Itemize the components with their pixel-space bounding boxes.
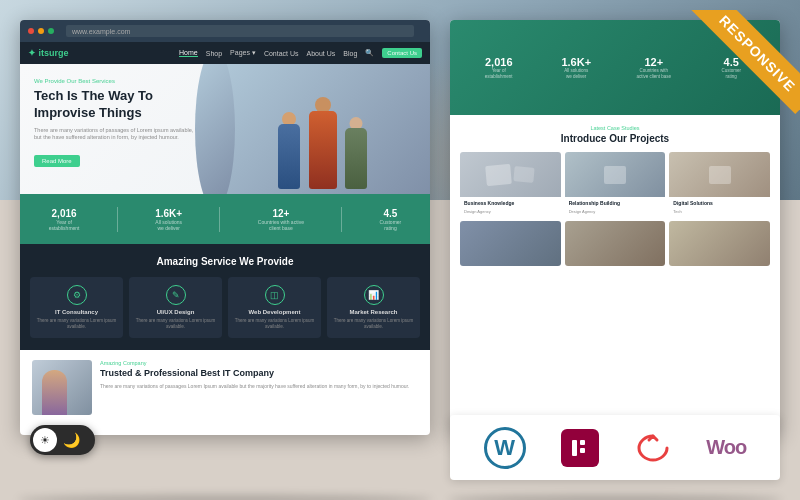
consultancy-icon: ⚙	[67, 285, 87, 305]
stat-rating-number: 4.5	[380, 208, 402, 219]
webdev-icon: ◫	[265, 285, 285, 305]
stat-divider-1	[117, 207, 118, 232]
search-icon[interactable]: 🔍	[365, 49, 374, 57]
service-name-consultancy: IT Consultancy	[34, 309, 119, 315]
service-desc-consultancy: There are many variations Lorem ipsum av…	[34, 318, 119, 330]
dark-mode-toggle[interactable]: ☀ 🌙	[30, 425, 95, 455]
it-company-description: There are many variations of passages Lo…	[100, 383, 418, 390]
nav-pages[interactable]: Pages ▾	[230, 49, 256, 57]
service-card-uiux: ✎ UI/UX Design There are many variations…	[129, 277, 222, 338]
main-container: RESPONSIVE www.example.com ✦ itsurge Hom…	[0, 0, 800, 500]
right-stat-clients-num: 1.6K+	[540, 56, 614, 68]
project-img-3	[669, 152, 770, 197]
wordpress-logo: W	[484, 427, 526, 469]
project-card-4	[460, 221, 561, 266]
project-img-4	[460, 221, 561, 266]
site-logo: ✦ itsurge	[28, 48, 69, 58]
hero-tag: We Provide Our Best Services	[34, 78, 201, 84]
svg-rect-1	[580, 440, 585, 445]
right-panel-shadow	[448, 495, 782, 500]
it-company-title: Trusted & Professional Best IT Company	[100, 368, 418, 380]
toggle-circle: ☀	[33, 428, 57, 452]
svg-rect-0	[572, 440, 577, 456]
uiux-icon: ✎	[166, 285, 186, 305]
project-img-5	[565, 221, 666, 266]
hero-title: Tech Is The Way To Improvise Things	[34, 88, 201, 122]
service-name-webdev: Web Development	[232, 309, 317, 315]
hero-description: There are many variations of passages of…	[34, 127, 201, 142]
browser-dot-yellow	[38, 28, 44, 34]
right-stat-year-label: Year ofestablishment	[462, 68, 536, 80]
nav-links: Home Shop Pages ▾ Contact Us About Us Bl…	[179, 48, 422, 58]
stat-year: 2,016 Year ofestablishment	[49, 208, 80, 231]
stat-divider-3	[341, 207, 342, 232]
it-company-content: Amazing Company Trusted & Professional B…	[100, 360, 418, 391]
stat-countries-number: 12+	[258, 208, 304, 219]
projects-section: Latest Case Studies Introduce Our Projec…	[450, 115, 780, 276]
right-stat-year-num: 2,016	[462, 56, 536, 68]
stats-bar: 2,016 Year ofestablishment 1.6K+ All sol…	[20, 194, 430, 244]
hero-image	[215, 64, 430, 194]
services-section: Amazing Service We Provide ⚙ IT Consulta…	[20, 244, 430, 350]
project-img-2	[565, 152, 666, 197]
nav-shop[interactable]: Shop	[206, 50, 222, 57]
stat-countries: 12+ Countries with activeclient base	[258, 208, 304, 231]
stat-customers: 1.6K+ All solutionswe deliver	[155, 208, 182, 231]
project-sublabel-1: Design Agency	[460, 209, 561, 217]
stat-year-label: Year ofestablishment	[49, 219, 80, 231]
elementor-logo	[561, 429, 599, 467]
hero-section: We Provide Our Best Services Tech Is The…	[20, 64, 430, 194]
it-company-tag: Amazing Company	[100, 360, 418, 366]
right-stat-clients-label: All solutionswe deliver	[540, 68, 614, 80]
service-card-consultancy: ⚙ IT Consultancy There are many variatio…	[30, 277, 123, 338]
project-sublabel-3: Tech	[669, 209, 770, 217]
left-preview-panel: www.example.com ✦ itsurge Home Shop Page…	[20, 20, 430, 435]
logo-star: ✦	[28, 48, 36, 58]
it-company-image	[32, 360, 92, 415]
service-name-research: Market Research	[331, 309, 416, 315]
browser-dot-red	[28, 28, 34, 34]
nav-contact[interactable]: Contact Us	[264, 50, 299, 57]
stat-countries-label: Countries with activeclient base	[258, 219, 304, 231]
project-sublabel-2: Design Agency	[565, 209, 666, 217]
project-card-2: Relationship Building Design Agency	[565, 152, 666, 217]
services-grid: ⚙ IT Consultancy There are many variatio…	[30, 277, 420, 338]
stat-year-number: 2,016	[49, 208, 80, 219]
project-label-2: Relationship Building	[565, 197, 666, 209]
browser-chrome: www.example.com	[20, 20, 430, 42]
project-img-6	[669, 221, 770, 266]
refresh-logo	[635, 430, 671, 466]
projects-grid-row1: Business Knowledge Design Agency Relatio…	[460, 152, 770, 217]
it-company-section: Amazing Company Trusted & Professional B…	[20, 350, 430, 425]
services-title: Amazing Service We Provide	[30, 256, 420, 267]
right-stat-clients: 1.6K+ All solutionswe deliver	[540, 56, 614, 80]
research-icon: 📊	[364, 285, 384, 305]
project-card-3: Digital Solutions Tech	[669, 152, 770, 217]
service-desc-webdev: There are many variations Lorem ipsum av…	[232, 318, 317, 330]
projects-title: Introduce Our Projects	[460, 133, 770, 144]
responsive-badge-text: RESPONSIVE	[682, 10, 800, 114]
project-img-1	[460, 152, 561, 197]
nav-about[interactable]: About Us	[307, 50, 336, 57]
woocommerce-logo: Woo	[706, 436, 746, 459]
hero-content: We Provide Our Best Services Tech Is The…	[20, 64, 215, 194]
stat-customers-number: 1.6K+	[155, 208, 182, 219]
project-card-5	[565, 221, 666, 266]
project-card-1: Business Knowledge Design Agency	[460, 152, 561, 217]
moon-icon: 🌙	[63, 432, 80, 448]
stat-rating-label: Customerrating	[380, 219, 402, 231]
service-name-uiux: UI/UX Design	[133, 309, 218, 315]
project-card-6	[669, 221, 770, 266]
nav-cta-button[interactable]: Contact Us	[382, 48, 422, 58]
nav-home[interactable]: Home	[179, 49, 198, 57]
service-card-webdev: ◫ Web Development There are many variati…	[228, 277, 321, 338]
hero-cta-button[interactable]: Read More	[34, 155, 80, 167]
address-bar: www.example.com	[66, 25, 414, 37]
tech-logos-section: W Woo	[450, 415, 780, 480]
nav-blog[interactable]: Blog	[343, 50, 357, 57]
svg-rect-2	[580, 448, 585, 453]
service-card-research: 📊 Market Research There are many variati…	[327, 277, 420, 338]
stat-customers-label: All solutionswe deliver	[155, 219, 182, 231]
right-stat-year: 2,016 Year ofestablishment	[462, 56, 536, 80]
left-panel-shadow	[18, 495, 432, 500]
